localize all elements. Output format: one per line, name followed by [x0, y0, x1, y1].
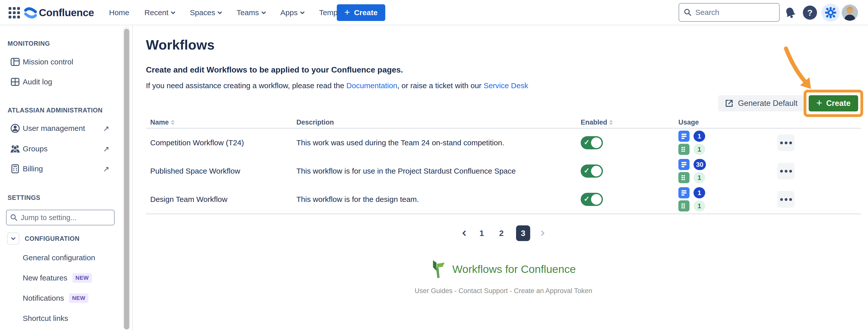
sidebar-scrollbar[interactable] [124, 29, 129, 330]
external-link-arrow: ↗ [103, 124, 109, 133]
jump-to-setting-input[interactable] [21, 213, 104, 222]
external-link-arrow: ↗ [103, 145, 109, 153]
workflow-name: Competition Workflow (T24) [146, 139, 297, 147]
enabled-toggle[interactable]: ✓ [581, 136, 603, 149]
app-switcher-icon[interactable] [8, 7, 20, 19]
nav-spaces[interactable]: Spaces [190, 8, 221, 17]
nav-recent[interactable]: Recent [145, 8, 175, 17]
page-title: Workflows [146, 37, 215, 53]
search-icon [684, 8, 692, 17]
generate-default-button[interactable]: Generate Default [718, 95, 804, 112]
plus-icon: + [816, 98, 822, 108]
sidebar-item-billing[interactable]: Billing ↗ [0, 161, 121, 177]
plus-icon: + [344, 7, 350, 17]
jump-to-setting-search[interactable] [6, 210, 115, 225]
check-icon: ✓ [584, 167, 590, 175]
row-actions-button[interactable] [777, 163, 795, 179]
page-usage-icon [678, 187, 689, 198]
groups-icon [10, 145, 20, 153]
new-badge: NEW [69, 293, 88, 303]
column-header-usage: Usage [678, 119, 777, 126]
confluence-logo-icon[interactable] [24, 6, 37, 20]
sidebar-item-new-features[interactable]: New features NEW [23, 270, 92, 285]
user-avatar[interactable] [842, 0, 858, 25]
sidebar-item-general-configuration[interactable]: General configuration [23, 250, 95, 265]
page-usage-count: 1 [693, 131, 705, 142]
nav-teams[interactable]: Teams [237, 8, 265, 17]
sidebar-item-mission-control[interactable]: Mission control [0, 54, 121, 70]
table-row: Published Space Workflow This workflow i… [146, 157, 861, 185]
collapse-configuration-button[interactable] [7, 233, 19, 245]
row-actions-button[interactable] [777, 134, 795, 151]
row-actions-button[interactable] [777, 191, 795, 208]
external-link-arrow: ↗ [103, 164, 109, 173]
table-header-row: Name Description Enabled Usage [146, 117, 861, 128]
workflow-name: Published Space Workflow [146, 167, 297, 175]
page-1-button[interactable]: 1 [477, 229, 487, 238]
enabled-toggle[interactable]: ✓ [581, 193, 603, 206]
pagination: 1 2 3 [146, 225, 861, 241]
workflow-description: This workflow is for the design team. [297, 195, 581, 204]
table-usage-icon [678, 144, 689, 155]
approval-token-link[interactable]: Create an Approval Token [514, 287, 592, 295]
user-guides-link[interactable]: User Guides [414, 287, 453, 295]
help-icon[interactable]: ? [803, 0, 817, 25]
create-workflow-button[interactable]: + Create [809, 95, 858, 112]
configuration-section-row: CONFIGURATION [7, 233, 80, 245]
workflow-description: This workflow is for use in the Project … [297, 167, 581, 175]
page-2-button[interactable]: 2 [496, 229, 506, 238]
chevron-down-icon [300, 9, 305, 14]
table-row: Design Team Workflow This workflow is fo… [146, 185, 861, 213]
next-page-button[interactable] [539, 231, 545, 236]
sidebar-item-shortcut-links[interactable]: Shortcut links [23, 311, 68, 326]
billing-icon [10, 164, 20, 173]
page-3-button-current[interactable]: 3 [516, 225, 530, 241]
top-navigation-bar: Confluence Home Recent Spaces Teams Apps… [0, 0, 868, 25]
plugin-footer: Workflows for Confluence [146, 260, 861, 278]
column-header-name[interactable]: Name [146, 119, 297, 126]
column-header-enabled[interactable]: Enabled [581, 119, 678, 126]
sort-icon [609, 120, 613, 125]
header-create-button[interactable]: + Create [337, 4, 385, 21]
enabled-toggle[interactable]: ✓ [581, 164, 603, 178]
workflow-name: Design Team Workflow [146, 195, 297, 204]
search-icon [10, 214, 18, 221]
new-badge: NEW [72, 273, 92, 283]
sidebar-item-user-management[interactable]: User management ↗ [0, 120, 121, 137]
logo-wordmark[interactable]: Confluence [39, 0, 94, 25]
table-row: Competition Workflow (T24) This work was… [146, 129, 861, 157]
page-subtitle: Create and edit Workflows to be applied … [146, 65, 403, 74]
workflow-description: This work was used during the Team 24 on… [297, 139, 581, 147]
global-search[interactable] [679, 3, 780, 22]
search-input[interactable] [695, 8, 769, 17]
sort-icon [171, 120, 175, 125]
chevron-down-icon [11, 236, 16, 240]
page-usage-icon [678, 159, 689, 170]
usage-cell: 1 1 [678, 131, 777, 155]
workflows-plugin-logo [431, 260, 445, 278]
annotation-arrow [773, 45, 823, 95]
plugin-footer-title: Workflows for Confluence [452, 263, 576, 275]
table-usage-count: 1 [693, 200, 705, 211]
contact-support-link[interactable]: Contact Support [459, 287, 508, 295]
sidebar-item-audit-log[interactable]: Audit log [0, 74, 121, 90]
sidebar-item-notifications[interactable]: Notifications NEW [23, 291, 88, 306]
admin-section-heading: ATLASSIAN ADMINISTRATION [7, 107, 102, 114]
notification-bell-icon[interactable] [783, 0, 797, 25]
settings-gear-icon[interactable] [822, 0, 840, 25]
table-divider [146, 213, 861, 214]
service-desk-link[interactable]: Service Desk [484, 81, 528, 90]
check-icon: ✓ [584, 195, 590, 203]
page-usage-count: 1 [693, 187, 705, 198]
usage-cell: 30 1 [678, 159, 777, 183]
previous-page-button[interactable] [462, 231, 468, 236]
workflows-admin-page: Confluence Home Recent Spaces Teams Apps… [0, 0, 868, 331]
page-usage-count: 30 [693, 159, 706, 170]
table-usage-icon [678, 172, 689, 183]
nav-apps[interactable]: Apps [280, 8, 304, 17]
table-usage-count: 1 [693, 172, 705, 183]
documentation-link[interactable]: Documentation [346, 81, 397, 90]
sidebar-item-groups[interactable]: Groups ↗ [0, 141, 121, 157]
nav-home[interactable]: Home [109, 8, 129, 17]
workflows-table: Name Description Enabled Usage Competiti… [146, 117, 861, 214]
